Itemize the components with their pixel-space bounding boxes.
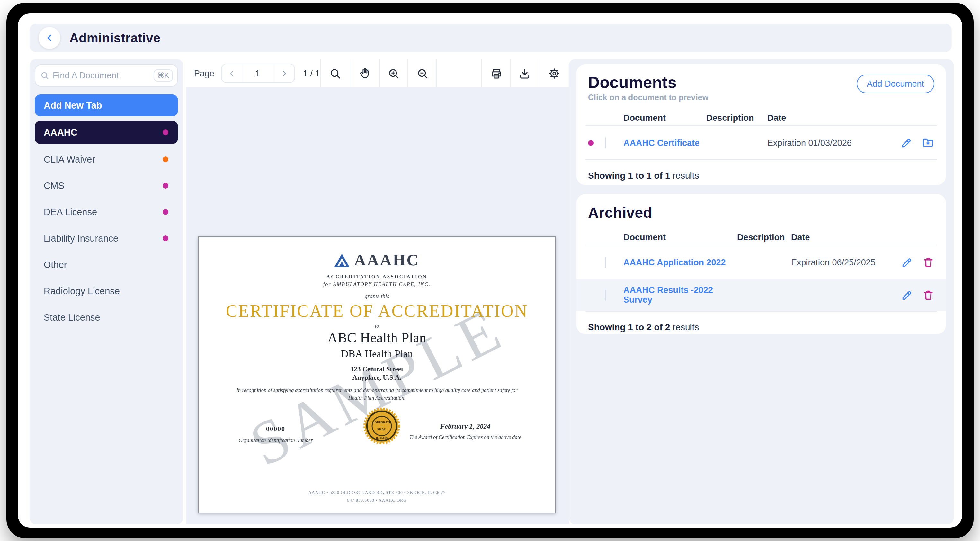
zoom-in-button[interactable] (379, 59, 407, 88)
tab-label: CLIA Waiver (44, 154, 95, 164)
trash-icon (922, 256, 934, 268)
sidebar-tab-cms[interactable]: CMS (35, 175, 178, 197)
status-dot (162, 209, 169, 215)
documents-results-summary: Showing 1 to 1 of 1 results (588, 170, 934, 181)
chevron-left-icon (227, 69, 235, 78)
corporate-seal: CORPORATE — SEAL ILLINOIS (363, 407, 400, 445)
tab-label: CMS (44, 181, 64, 191)
certificate-title: CERTIFICATE OF ACCREDITATION (199, 301, 555, 321)
status-dot (588, 140, 594, 146)
documents-subtitle: Click on a document to preview (588, 93, 708, 102)
document-search[interactable]: ⌘K (35, 64, 178, 87)
certificate-recipient: ABC Health Plan (199, 329, 555, 346)
certificate-dba: DBA Health Plan (199, 348, 555, 360)
pdf-toolbar: Page (186, 59, 569, 88)
archived-title: Archived (588, 204, 934, 222)
archived-table-header: Document Description Date (588, 229, 934, 245)
row-checkbox[interactable] (605, 137, 606, 148)
sidebar-tab-other[interactable]: Other (35, 254, 178, 276)
sidebar-tab-aaahc[interactable]: AAAHC (35, 121, 178, 144)
tab-label: Radiology License (44, 286, 120, 296)
document-link[interactable]: AAAHC Results -2022 Survey (624, 285, 713, 305)
row-checkbox[interactable] (605, 290, 606, 301)
archived-results-summary: Showing 1 to 2 of 2 results (588, 322, 934, 332)
zoom-in-icon (387, 67, 400, 80)
status-dot (162, 235, 169, 241)
certificate-org-line2: for AMBULATORY HEALTH CARE, INC. (199, 282, 555, 287)
back-button[interactable] (38, 27, 60, 49)
document-date: Expiration 06/25/2025 (791, 257, 887, 267)
documents-card: Documents Click on a document to preview… (576, 64, 946, 185)
download-button[interactable] (510, 59, 539, 88)
pencil-icon (900, 137, 913, 149)
certificate-to-text: to (199, 323, 555, 329)
zoom-out-icon (415, 67, 429, 80)
certificate-recognition-text: In recognition of satisfying accreditati… (199, 387, 555, 402)
page-number-field (241, 64, 274, 82)
pencil-icon (901, 256, 913, 268)
next-page-button[interactable] (274, 64, 294, 82)
previous-page-button[interactable] (221, 64, 241, 82)
delete-button[interactable] (922, 289, 934, 301)
status-dot (162, 129, 169, 135)
pdf-viewer-column: Page (186, 59, 569, 524)
edit-button[interactable] (900, 137, 913, 149)
chevron-left-icon (45, 33, 55, 43)
svg-text:ILLINOIS: ILLINOIS (376, 437, 388, 439)
sidebar-tab-clia-waiver[interactable]: CLIA Waiver (35, 148, 178, 170)
page-title: Administrative (69, 30, 160, 45)
certificate-footer: AAAHC • 5250 OLD ORCHARD RD, STE 200 • S… (199, 488, 555, 504)
row-checkbox[interactable] (605, 257, 606, 267)
document-link[interactable]: AAAHC Certificate (624, 138, 700, 148)
sidebar-tab-liability-insurance[interactable]: Liability Insurance (35, 228, 178, 249)
search-document-button[interactable] (320, 59, 350, 88)
document-link[interactable]: AAAHC Application 2022 (624, 257, 726, 267)
certificate-preview: SAMPLE AAAHC ACCREDITATION ASSOCIATION f… (198, 236, 556, 513)
sidebar-tab-dea-license[interactable]: DEA License (35, 201, 178, 223)
delete-button[interactable] (922, 256, 934, 268)
trash-icon (922, 289, 934, 301)
page-navigator (221, 64, 294, 83)
settings-button[interactable] (539, 59, 569, 88)
edit-button[interactable] (901, 289, 913, 301)
chevron-right-icon (280, 69, 288, 78)
add-new-tab-button[interactable]: Add New Tab (35, 94, 178, 116)
documents-title: Documents (588, 73, 708, 92)
document-date: Expiration 01/03/2026 (767, 138, 887, 148)
column-date: Date (767, 113, 887, 123)
status-dot (162, 156, 169, 162)
pencil-icon (901, 289, 913, 301)
edit-button[interactable] (901, 256, 913, 268)
add-document-button[interactable]: Add Document (856, 75, 934, 93)
download-icon (518, 67, 531, 80)
hand-icon (358, 67, 371, 80)
documents-sidebar: Documents Click on a document to preview… (569, 59, 954, 524)
search-icon (40, 71, 49, 80)
tab-label: State License (44, 312, 100, 323)
page-label: Page (194, 68, 214, 78)
toolbar-spacer (436, 59, 481, 88)
sidebar: ⌘K Add New Tab AAAHC CLIA Waiver CMS DEA… (30, 59, 183, 524)
pan-tool-button[interactable] (350, 59, 379, 88)
sidebar-tab-state-license[interactable]: State License (35, 307, 178, 328)
table-row: AAAHC Certificate Expiration 01/03/2026 (588, 126, 934, 159)
pdf-preview-area: SAMPLE AAAHC ACCREDITATION ASSOCIATION f… (186, 88, 569, 524)
gear-icon (547, 67, 561, 80)
printer-icon (489, 67, 503, 80)
app-window: Administrative ⌘K Add New Tab AAAHC (0, 0, 980, 541)
page-number-input[interactable] (245, 68, 270, 78)
certificate-org-id-block: 00000 Organization Identification Number (234, 425, 317, 443)
zoom-out-button[interactable] (407, 59, 436, 88)
column-description: Description (737, 232, 791, 242)
pager-group: Page (186, 59, 320, 88)
sidebar-tab-radiology-license[interactable]: Radiology License (35, 280, 178, 302)
certificate-org-line1: ACCREDITATION ASSOCIATION (199, 274, 555, 280)
certificate-address-line2: Anyplace, U.S.A. (199, 374, 555, 381)
archive-button[interactable] (921, 136, 934, 149)
certificate-expiry-block: February 1, 2024 The Award of Certificat… (398, 422, 533, 440)
table-row: AAAHC Application 2022 Expiration 06/25/… (588, 245, 934, 279)
column-date: Date (791, 232, 887, 242)
archived-card: Archived Document Description Date (576, 194, 946, 334)
search-input[interactable] (53, 71, 153, 80)
print-button[interactable] (481, 59, 510, 88)
